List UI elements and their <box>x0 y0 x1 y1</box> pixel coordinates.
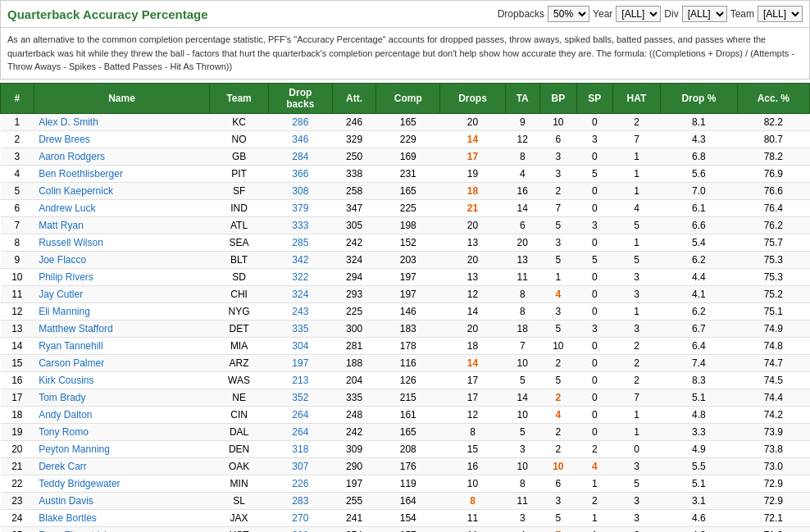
player-name-link[interactable]: Andrew Luck <box>39 202 95 214</box>
table-cell[interactable]: Ben Roethlisberger <box>34 165 210 182</box>
player-name-link[interactable]: Blake Bortles <box>39 512 97 524</box>
table-cell[interactable]: Russell Wilson <box>34 234 210 251</box>
table-cell: 284 <box>268 148 332 165</box>
player-name-link[interactable]: Carson Palmer <box>39 357 104 369</box>
player-name-link[interactable]: Philip Rivers <box>39 271 93 283</box>
table-cell: 6.2 <box>661 302 737 320</box>
table-cell[interactable]: Austin Davis <box>34 492 210 509</box>
table-cell: 2 <box>1 130 34 148</box>
table-cell: 13 <box>440 234 505 251</box>
table-cell[interactable]: Matt Ryan <box>34 216 210 234</box>
table-cell: 8 <box>1 234 34 251</box>
table-cell[interactable]: Derek Carr <box>34 457 210 475</box>
table-cell: 5 <box>576 251 612 268</box>
dropbacks-select[interactable]: 50% <box>548 6 589 22</box>
player-name-link[interactable]: Peyton Manning <box>39 443 110 455</box>
table-cell: 6.1 <box>661 199 737 216</box>
player-name-link[interactable]: Matthew Stafford <box>39 323 113 334</box>
table-cell: 283 <box>268 492 332 509</box>
table-cell[interactable]: Peyton Manning <box>34 440 210 457</box>
player-name-link[interactable]: Colin Kaepernick <box>39 185 113 197</box>
table-cell[interactable]: Colin Kaepernick <box>34 182 210 199</box>
table-cell: 16 <box>440 457 505 475</box>
table-cell: 3 <box>612 268 661 285</box>
player-name-link[interactable]: Joe Flacco <box>39 254 86 266</box>
player-name-link[interactable]: Aaron Rodgers <box>39 151 105 162</box>
table-cell[interactable]: Ryan Tannehill <box>34 337 210 354</box>
table-cell: 3.1 <box>661 492 737 509</box>
table-cell: 188 <box>332 354 375 371</box>
player-name-link[interactable]: Ryan Tannehill <box>39 340 103 352</box>
table-cell: 0 <box>576 423 612 440</box>
table-cell: PIT <box>210 165 268 182</box>
table-cell: 17 <box>1 389 34 406</box>
table-cell[interactable]: Joe Flacco <box>34 251 210 268</box>
table-cell: 6.2 <box>661 251 737 268</box>
table-cell[interactable]: Tony Romo <box>34 423 210 440</box>
player-name-link[interactable]: Teddy Bridgewater <box>39 478 120 489</box>
table-cell[interactable]: Eli Manning <box>34 302 210 320</box>
table-cell: 18 <box>505 320 539 337</box>
col-name: Name <box>34 83 210 113</box>
player-name-link[interactable]: Kirk Cousins <box>39 375 93 386</box>
table-cell[interactable]: Carson Palmer <box>34 354 210 371</box>
table-cell: 17 <box>440 371 505 389</box>
table-cell: 1 <box>612 182 661 199</box>
table-cell: 3 <box>612 509 661 526</box>
table-cell: 254 <box>332 526 375 532</box>
player-name-link[interactable]: Ben Roethlisberger <box>39 168 123 180</box>
table-cell[interactable]: Ryan Fitzpatrick <box>34 526 210 532</box>
player-name-link[interactable]: Ryan Fitzpatrick <box>39 530 109 533</box>
table-cell: 16 <box>505 182 539 199</box>
table-cell[interactable]: Aaron Rodgers <box>34 148 210 165</box>
table-cell: 290 <box>332 457 375 475</box>
table-cell: 1 <box>576 475 612 492</box>
table-cell: 72.1 <box>737 509 809 526</box>
table-row: 24Blake BortlesJAX2702411541135134.672.1 <box>1 509 810 526</box>
player-name-link[interactable]: Alex D. Smith <box>39 116 98 128</box>
table-cell: 379 <box>268 199 332 216</box>
table-cell: 164 <box>376 492 440 509</box>
team-select[interactable]: [ALL] <box>758 6 803 22</box>
table-cell: 208 <box>376 440 440 457</box>
table-cell: 1 <box>612 302 661 320</box>
player-name-link[interactable]: Andy Dalton <box>39 409 92 421</box>
table-cell: 242 <box>332 234 375 251</box>
table-cell[interactable]: Alex D. Smith <box>34 113 210 130</box>
table-cell: 346 <box>268 130 332 148</box>
player-name-link[interactable]: Matt Ryan <box>39 220 84 231</box>
player-name-link[interactable]: Eli Manning <box>39 306 90 317</box>
table-cell: 0 <box>576 285 612 302</box>
player-name-link[interactable]: Drew Brees <box>39 134 90 145</box>
col-bp: BP <box>539 83 576 113</box>
table-cell: 1 <box>612 148 661 165</box>
table-cell[interactable]: Matthew Stafford <box>34 320 210 337</box>
table-cell: 4.3 <box>661 526 737 532</box>
col-dropbacks: Dropbacks <box>268 83 332 113</box>
player-name-link[interactable]: Tom Brady <box>39 392 85 403</box>
player-name-link[interactable]: Derek Carr <box>39 461 87 472</box>
table-cell[interactable]: Philip Rivers <box>34 268 210 285</box>
player-name-link[interactable]: Austin Davis <box>39 495 93 507</box>
table-row: 1Alex D. SmithKC28624616520910028.182.2 <box>1 113 810 130</box>
table-cell[interactable]: Drew Brees <box>34 130 210 148</box>
table-cell[interactable]: Kirk Cousins <box>34 371 210 389</box>
table-cell: 6 <box>612 526 661 532</box>
table-cell: 8.1 <box>661 113 737 130</box>
player-name-link[interactable]: Russell Wilson <box>39 237 103 248</box>
table-cell[interactable]: Jay Cutler <box>34 285 210 302</box>
col-drops: Drops <box>440 83 505 113</box>
player-name-link[interactable]: Tony Romo <box>39 426 89 438</box>
col-att: Att. <box>332 83 375 113</box>
table-cell: 1 <box>576 526 612 532</box>
div-select[interactable]: [ALL] <box>682 6 727 22</box>
table-cell[interactable]: Blake Bortles <box>34 509 210 526</box>
table-cell[interactable]: Andrew Luck <box>34 199 210 216</box>
table-cell: 75.2 <box>737 285 809 302</box>
player-name-link[interactable]: Jay Cutler <box>39 289 83 300</box>
year-select[interactable]: [ALL] <box>616 6 661 22</box>
table-cell[interactable]: Andy Dalton <box>34 406 210 423</box>
table-cell[interactable]: Tom Brady <box>34 389 210 406</box>
table-cell[interactable]: Teddy Bridgewater <box>34 475 210 492</box>
table-cell: 3.3 <box>661 423 737 440</box>
